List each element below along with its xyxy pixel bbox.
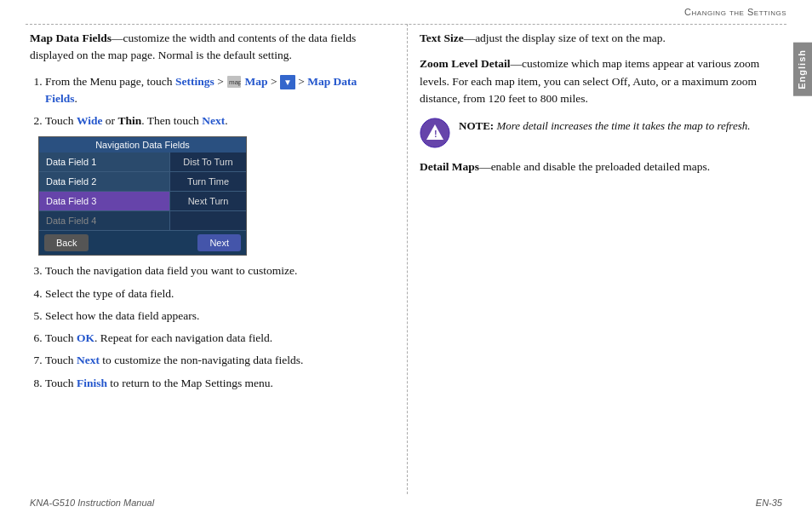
wide-link: Wide <box>77 114 103 127</box>
step-4: Select the type of data field. <box>45 285 383 302</box>
nav-field-name-4: Data Field 4 <box>39 211 169 230</box>
page-footer: KNA-G510 Instruction Manual EN-35 <box>30 498 782 508</box>
thin-text: Thin <box>117 114 141 127</box>
zoom-level-heading: Zoom Level Detail <box>420 57 510 70</box>
steps-list: From the Menu page, touch Settings > map… <box>45 73 383 130</box>
nav-screenshot-title: Navigation Data Fields <box>39 137 246 153</box>
step-5: Select how the data field appears. <box>45 308 383 325</box>
zoom-level-para: Zoom Level Detail—customize which map it… <box>420 55 769 107</box>
nav-row-4: Data Field 4 <box>39 211 246 231</box>
note-body: More detail increases the time it takes … <box>494 119 750 132</box>
nav-fields-list: Data Field 1 Dist To Turn Data Field 2 T… <box>39 153 246 231</box>
step-3: Touch the navigation data field you want… <box>45 262 383 279</box>
footer-left: KNA-G510 Instruction Manual <box>30 498 154 508</box>
map-data-fields-heading: Map Data Fields <box>30 32 112 44</box>
step-2: Touch Wide or Thin. Then touch Next. <box>45 112 383 130</box>
note-box: ! NOTE: More detail increases the time i… <box>420 118 769 148</box>
step-6: Touch OK. Repeat for each navigation dat… <box>45 330 383 347</box>
nav-field-value-4 <box>169 211 246 230</box>
detail-maps-text: —enable and disable the preloaded detail… <box>479 160 710 173</box>
note-icon-svg: ! <box>420 118 450 148</box>
step-7: Touch Next to customize the non-navigati… <box>45 352 383 369</box>
nav-field-name-1: Data Field 1 <box>39 153 169 171</box>
detail-maps-heading: Detail Maps <box>420 160 479 173</box>
svg-text:map: map <box>229 78 241 86</box>
map-link: Map <box>245 75 268 88</box>
step-8: Touch Finish to return to the Map Settin… <box>45 375 383 392</box>
nav-field-name-3: Data Field 3 <box>39 192 169 210</box>
text-size-text: —adjust the display size of text on the … <box>464 32 666 44</box>
nav-row-2: Data Field 2 Turn Time <box>39 172 246 192</box>
nav-field-value-3: Next Turn <box>169 192 246 210</box>
step-1: From the Menu page, touch Settings > map… <box>45 73 383 108</box>
nav-screenshot: Navigation Data Fields Data Field 1 Dist… <box>38 136 247 256</box>
map-data-fields-intro: Map Data Fields—customize the width and … <box>30 30 383 65</box>
ok-link: OK <box>77 331 94 344</box>
nav-field-value-1: Dist To Turn <box>169 153 246 171</box>
finish-link: Finish <box>77 377 107 389</box>
right-column: Text Size—adjust the display size of tex… <box>407 0 798 201</box>
footer-right: EN-35 <box>756 498 782 508</box>
note-text: NOTE: More detail increases the time it … <box>459 118 751 135</box>
settings-link: Settings <box>175 75 214 88</box>
detail-maps-para: Detail Maps—enable and disable the prelo… <box>420 158 769 176</box>
text-size-heading: Text Size <box>420 32 464 44</box>
nav-bottom-row: Back Next <box>39 231 246 255</box>
note-bold: NOTE: <box>459 119 494 132</box>
nav-back-button[interactable]: Back <box>44 234 89 251</box>
nav-field-name-2: Data Field 2 <box>39 172 169 191</box>
next-link-step2: Next <box>202 114 225 127</box>
nav-next-button[interactable]: Next <box>197 234 241 251</box>
map-icon: map <box>226 75 244 88</box>
steps-list-2: Touch the navigation data field you want… <box>45 262 383 392</box>
nav-field-value-2: Turn Time <box>169 172 246 191</box>
nav-row-1: Data Field 1 Dist To Turn <box>39 153 246 172</box>
text-size-para: Text Size—adjust the display size of tex… <box>420 30 769 47</box>
map-icon-svg: map <box>227 76 241 88</box>
note-icon: ! <box>420 118 450 148</box>
left-column: Map Data Fields—customize the width and … <box>0 0 400 416</box>
next-link-step7: Next <box>77 354 100 366</box>
language-tab: English <box>793 43 812 96</box>
svg-text:!: ! <box>434 129 437 139</box>
dropdown-btn: ▼ <box>280 75 295 89</box>
nav-row-3: Data Field 3 Next Turn <box>39 192 246 211</box>
